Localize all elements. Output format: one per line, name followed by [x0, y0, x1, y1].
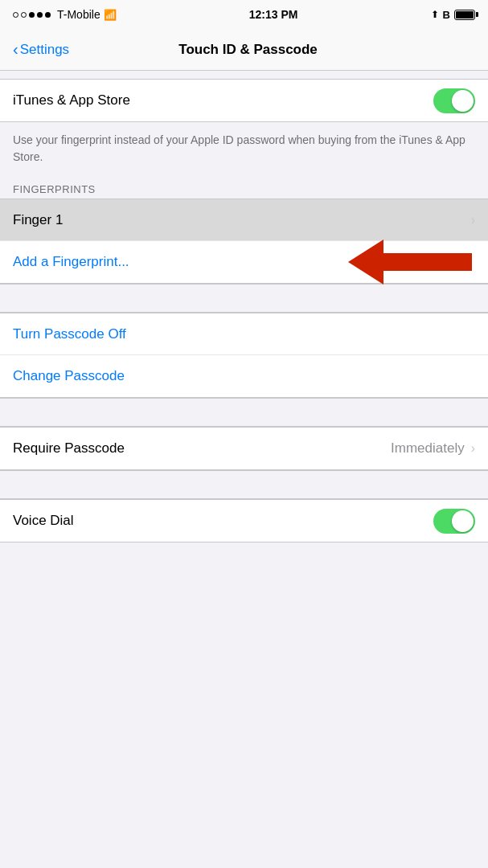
battery-icon	[454, 10, 475, 20]
top-spacer	[0, 71, 488, 79]
require-passcode-label: Require Passcode	[13, 440, 391, 457]
voice-dial-row[interactable]: Voice Dial	[0, 500, 488, 542]
bluetooth-icon: B	[443, 9, 450, 21]
finger1-chevron-icon: ›	[471, 213, 475, 227]
location-icon: ⬆	[431, 9, 439, 20]
arrow-body	[383, 253, 472, 271]
require-passcode-chevron-icon: ›	[471, 441, 475, 456]
nav-bar: ‹ Settings Touch ID & Passcode	[0, 29, 488, 71]
description-text: Use your fingerprint instead of your App…	[13, 133, 465, 163]
bottom-padding	[0, 542, 488, 591]
turn-passcode-off-label: Turn Passcode Off	[13, 326, 475, 342]
signal-dot-1	[13, 12, 18, 18]
itunes-appstore-row[interactable]: iTunes & App Store	[0, 80, 488, 121]
status-time: 12:13 PM	[249, 8, 298, 21]
battery-fill	[456, 11, 474, 18]
lower-spacer	[0, 398, 488, 427]
voice-dial-section: Voice Dial	[0, 499, 488, 542]
arrow-head-icon	[348, 240, 383, 285]
require-passcode-section: Require Passcode Immediately ›	[0, 427, 488, 470]
change-passcode-row[interactable]: Change Passcode	[0, 355, 488, 397]
add-fingerprint-row[interactable]: Add a Fingerprint...	[0, 241, 488, 283]
require-passcode-row[interactable]: Require Passcode Immediately ›	[0, 428, 488, 469]
signal-dot-5	[45, 12, 51, 18]
signal-dot-2	[21, 12, 27, 18]
voice-dial-label: Voice Dial	[13, 513, 433, 529]
require-passcode-value: Immediately	[391, 440, 465, 457]
passcode-section: Turn Passcode Off Change Passcode	[0, 313, 488, 398]
finger1-row[interactable]: Finger 1 ›	[0, 199, 488, 241]
fingerprints-card: Finger 1 › Add a Fingerprint...	[0, 199, 488, 284]
wifi-icon: 📶	[104, 9, 117, 21]
mid-spacer	[0, 284, 488, 313]
itunes-appstore-toggle[interactable]	[433, 88, 475, 113]
itunes-appstore-label: iTunes & App Store	[13, 92, 433, 108]
fingerprints-header: FINGERPRINTS	[0, 178, 488, 199]
status-left: T-Mobile 📶	[13, 8, 117, 21]
carrier-label: T-Mobile	[57, 8, 100, 21]
turn-passcode-off-row[interactable]: Turn Passcode Off	[0, 313, 488, 355]
signal-dots	[13, 12, 51, 18]
toggle-knob	[452, 90, 474, 112]
signal-dot-4	[37, 12, 43, 18]
annotation-arrow	[348, 240, 472, 285]
status-bar: T-Mobile 📶 12:13 PM ⬆ B	[0, 0, 488, 29]
signal-dot-3	[29, 12, 35, 18]
itunes-appstore-section: iTunes & App Store	[0, 79, 488, 122]
voice-dial-toggle[interactable]	[433, 509, 475, 534]
page-title: Touch ID & Passcode	[21, 42, 475, 58]
finger1-label: Finger 1	[13, 212, 470, 228]
voice-dial-toggle-knob	[452, 510, 474, 532]
itunes-description: Use your fingerprint instead of your App…	[0, 122, 488, 178]
change-passcode-label: Change Passcode	[13, 368, 475, 384]
bottom-spacer	[0, 470, 488, 499]
status-right: ⬆ B	[431, 9, 475, 21]
back-chevron-icon: ‹	[13, 40, 18, 59]
